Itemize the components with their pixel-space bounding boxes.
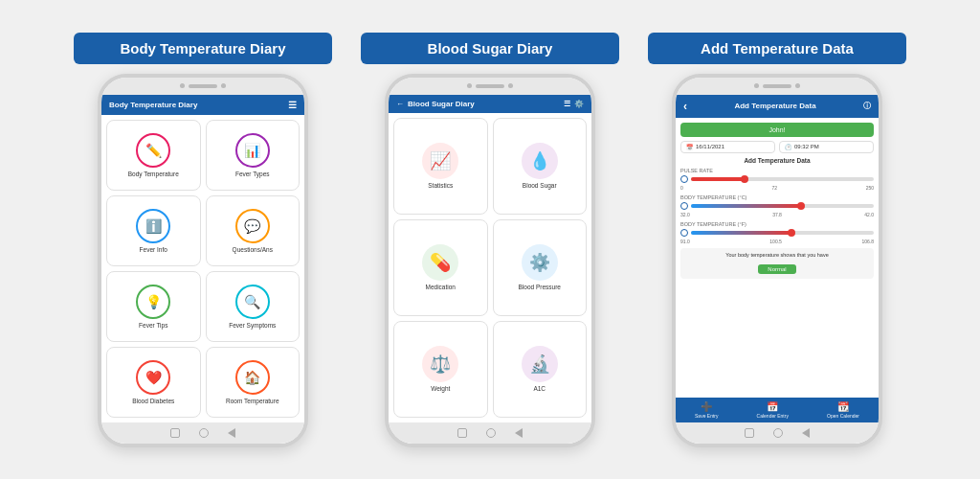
cell-label-body-temp: Body Temperature bbox=[128, 171, 179, 177]
body-temp-f-radio[interactable] bbox=[680, 229, 688, 237]
form-section-title: Add Temperature Data bbox=[680, 157, 874, 164]
info-icon[interactable]: ⓘ bbox=[863, 101, 871, 111]
section-title-1: Body Temperature Diary bbox=[74, 33, 332, 64]
cell-label-blood-diabetes: Blood Diabetes bbox=[132, 398, 174, 404]
phone-3-footer: ➕ Save Entry 📅 Calender Entry 📆 Open Cal… bbox=[676, 398, 879, 422]
save-entry-btn[interactable]: ➕ Save Entry bbox=[695, 401, 718, 419]
cell-label-fever-symptoms: Fever Symptoms bbox=[229, 322, 276, 329]
cell-label-room-temp: Room Temperature bbox=[226, 398, 279, 404]
cell-statistics[interactable]: 📈 Statistics bbox=[393, 118, 488, 215]
section-title-2: Blood Sugar Diary bbox=[361, 33, 619, 64]
phone-3-top-bar bbox=[676, 78, 879, 95]
pulse-slider[interactable] bbox=[691, 177, 874, 181]
cell-label-medication: Medication bbox=[426, 284, 456, 290]
fever-info-icon: ℹ️ bbox=[136, 209, 170, 243]
save-entry-label: Save Entry bbox=[695, 413, 718, 419]
section-title-3: Add Temperature Data bbox=[648, 33, 906, 64]
phone-2-title: Blood Sugar Diary bbox=[408, 100, 475, 108]
menu-icon-2[interactable]: ☰ bbox=[564, 100, 570, 108]
body-temp-c-radio[interactable] bbox=[680, 202, 688, 210]
open-calender-btn[interactable]: 📆 Open Calender bbox=[827, 401, 859, 419]
cell-room-temp[interactable]: 🏠 Room Temperature bbox=[206, 347, 301, 418]
pulse-thumb[interactable] bbox=[741, 175, 748, 183]
phone-1-title: Body Temperature Diary bbox=[109, 101, 197, 109]
cell-blood-pressure[interactable]: ⚙️ Blood Pressure bbox=[493, 219, 588, 316]
cell-medication[interactable]: 💊 Medication bbox=[393, 219, 488, 316]
date-field[interactable]: 📅 16/11/2021 bbox=[680, 141, 775, 153]
name-input[interactable]: John! bbox=[680, 123, 874, 137]
sensor-dot bbox=[221, 83, 226, 88]
fever-types-icon: 📊 bbox=[235, 133, 270, 168]
phone-2-screen: ← Blood Sugar Diary ☰ ⚙️ 📈 Statistics bbox=[389, 95, 591, 422]
body-temp-c-slider[interactable] bbox=[691, 204, 874, 208]
cell-blood-diabetes[interactable]: ❤️ Blood Diabetes bbox=[106, 347, 201, 418]
body-temp-c-vals: 32.0 37.8 42.0 bbox=[680, 212, 874, 217]
phone-2: ← Blood Sugar Diary ☰ ⚙️ 📈 Statistics bbox=[385, 74, 595, 447]
cell-label-blood-sugar: Blood Sugar bbox=[523, 182, 557, 189]
body-temp-c-fill bbox=[691, 204, 801, 208]
questions-icon: 💬 bbox=[235, 209, 270, 243]
cell-questions[interactable]: 💬 Questions/Ans bbox=[206, 195, 301, 266]
cell-label-weight: Weight bbox=[431, 385, 450, 392]
cell-fever-symptoms[interactable]: 🔍 Fever Symptoms bbox=[206, 271, 301, 342]
phone-2-grid: 📈 Statistics 💧 Blood Sugar 💊 Medication bbox=[389, 113, 591, 422]
cell-blood-sugar[interactable]: 💧 Blood Sugar bbox=[493, 118, 588, 215]
body-temp-f-section: BODY TEMPERATURE (°F) 91.0 100.5 106.8 bbox=[680, 221, 874, 244]
body-temp-f-max: 106.8 bbox=[861, 239, 874, 244]
cell-a1c[interactable]: 🔬 A1C bbox=[493, 321, 588, 418]
back-icon-3[interactable]: ‹ bbox=[683, 100, 687, 113]
cell-fever-types[interactable]: 📊 Fever Types bbox=[206, 120, 301, 191]
cell-fever-info[interactable]: ℹ️ Fever Info bbox=[106, 195, 201, 266]
cell-weight[interactable]: ⚖️ Weight bbox=[393, 321, 488, 418]
section-body-temperature: Body Temperature Diary Body Temperature … bbox=[74, 33, 332, 447]
body-temp-c-val: 37.8 bbox=[772, 212, 782, 217]
pulse-radio[interactable] bbox=[680, 175, 688, 183]
nav-back[interactable] bbox=[228, 428, 235, 438]
time-field[interactable]: 🕐 09:32 PM bbox=[779, 141, 874, 153]
phone-3-title: Add Temperature Data bbox=[734, 102, 815, 110]
time-value: 09:32 PM bbox=[794, 144, 819, 149]
settings-icon[interactable]: ⚙️ bbox=[574, 100, 584, 108]
datetime-row: 📅 16/11/2021 🕐 09:32 PM bbox=[680, 141, 874, 153]
nav-square-2[interactable] bbox=[457, 428, 467, 438]
calender-entry-btn[interactable]: 📅 Calender Entry bbox=[757, 401, 789, 419]
clock-icon: 🕐 bbox=[785, 144, 791, 150]
nav-circle-2[interactable] bbox=[486, 428, 496, 438]
calendar-icon: 📅 bbox=[686, 144, 693, 150]
speaker-3 bbox=[763, 84, 791, 88]
header-left-2: ← Blood Sugar Diary bbox=[396, 100, 475, 108]
body-temp-f-min: 91.0 bbox=[680, 239, 690, 244]
a1c-icon: 🔬 bbox=[522, 346, 558, 382]
phone-1: Body Temperature Diary ☰ ✏️ Body Tempera… bbox=[98, 74, 308, 447]
open-calender-label: Open Calender bbox=[827, 413, 859, 419]
body-temp-f-thumb[interactable] bbox=[788, 229, 795, 237]
nav-circle[interactable] bbox=[199, 428, 209, 438]
phone-1-screen: Body Temperature Diary ☰ ✏️ Body Tempera… bbox=[101, 95, 304, 422]
body-temp-f-slider[interactable] bbox=[691, 231, 874, 235]
blood-sugar-icon: 💧 bbox=[522, 143, 558, 179]
body-temp-f-vals: 91.0 100.5 106.8 bbox=[680, 239, 874, 244]
body-temp-c-thumb[interactable] bbox=[797, 202, 805, 210]
nav-circle-3[interactable] bbox=[773, 428, 783, 438]
cell-body-temperature[interactable]: ✏️ Body Temperature bbox=[106, 120, 201, 191]
phone-3-header: ‹ Add Temperature Data ⓘ bbox=[676, 95, 879, 118]
nav-square-3[interactable] bbox=[745, 428, 754, 438]
body-temp-f-val: 100.5 bbox=[769, 239, 782, 244]
phone-1-grid: ✏️ Body Temperature 📊 Fever Types ℹ️ Fev… bbox=[101, 115, 304, 422]
nav-square[interactable] bbox=[170, 428, 180, 438]
blood-diabetes-icon: ❤️ bbox=[136, 360, 170, 395]
nav-back-3[interactable] bbox=[802, 428, 810, 438]
calender-entry-icon: 📅 bbox=[767, 401, 778, 412]
phone-2-top-bar bbox=[389, 78, 591, 95]
menu-icon-1[interactable]: ☰ bbox=[288, 100, 297, 110]
back-icon-2[interactable]: ← bbox=[396, 100, 404, 108]
pulse-val: 72 bbox=[771, 185, 777, 191]
phone-2-bottom-bar bbox=[389, 422, 591, 444]
cell-label-questions: Questions/Ans bbox=[233, 246, 273, 253]
body-temp-c-max: 42.0 bbox=[864, 212, 874, 217]
cell-fever-tips[interactable]: 💡 Fever Tips bbox=[106, 271, 201, 342]
phone-3: ‹ Add Temperature Data ⓘ John! 📅 16/11/2… bbox=[672, 74, 882, 447]
body-temp-c-section: BODY TEMPERATURE (°C) 32.0 37.8 42.0 bbox=[680, 194, 874, 217]
nav-back-2[interactable] bbox=[515, 428, 523, 438]
save-entry-icon: ➕ bbox=[701, 401, 712, 412]
